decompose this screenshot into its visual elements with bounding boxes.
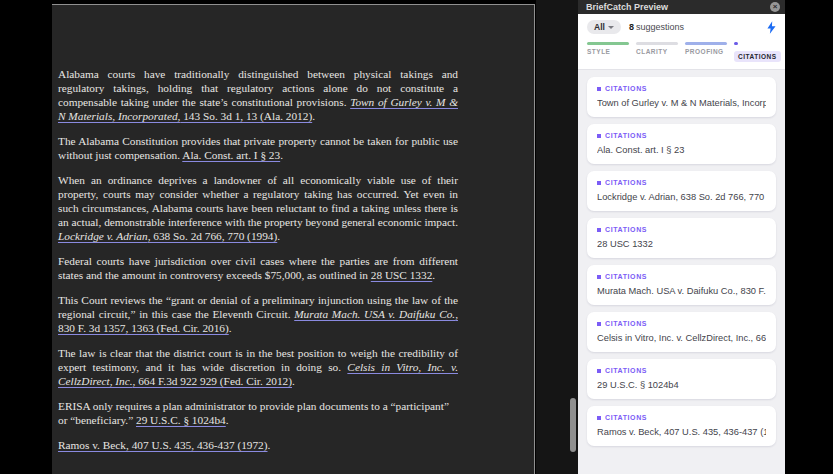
suggestion-card[interactable]: CITATIONS28 USC 1332 [587,218,776,258]
tab-label: STYLE [587,48,629,55]
card-category: CITATIONS [597,414,766,421]
category-dot-icon [597,322,601,326]
tab-label: CLARITY [636,48,678,55]
citation-link[interactable]: Ramos v. Beck, 407 U.S. 435, 436-437 (19… [58,439,268,451]
text-run: . [229,322,232,334]
tab-progress-bar [587,42,629,45]
category-dot-icon [597,228,601,232]
citation-link[interactable]: Lockridge v. Adrian [58,230,148,242]
card-category-label: CITATIONS [605,367,647,374]
card-category: CITATIONS [597,320,766,327]
card-citation-text: Murata Mach. USA v. Daifuku Co., 830 F. … [597,286,766,296]
suggestion-card[interactable]: CITATIONSCelsis in Vitro, Inc. v. CellzD… [587,312,776,352]
chevron-down-icon [608,26,614,29]
card-citation-text: Lockridge v. Adrian, 638 So. 2d 766, 770… [597,192,766,202]
citation-link[interactable]: , 638 So. 2d 766, 770 (1994) [148,230,278,242]
card-citation-text: Town of Gurley v. M & N Materials, Incor… [597,98,766,108]
tab-progress-bar [636,42,678,45]
category-dot-icon [597,181,601,185]
document-paragraph: ERISA only requires a plan administrator… [58,399,458,427]
filter-dropdown[interactable]: All [587,20,621,34]
panel-tabs: STYLECLARITYPROOFINGCITATIONS [578,37,785,70]
category-dot-icon [597,369,601,373]
document-paragraph: When an ordinance deprives a landowner o… [58,173,458,243]
text-run: . [432,269,435,281]
tab-style[interactable]: STYLE [587,42,629,63]
tab-label: CITATIONS [734,51,781,62]
tab-proofing[interactable]: PROOFING [685,42,727,63]
lightning-bolt-icon[interactable] [767,21,776,34]
tab-progress-bar [734,42,738,45]
suggestion-list: CITATIONSTown of Gurley v. M & N Materia… [578,70,785,474]
card-category-label: CITATIONS [605,85,647,92]
suggestion-count: 8suggestions [629,22,684,32]
card-category: CITATIONS [597,367,766,374]
card-category-label: CITATIONS [605,132,647,139]
document-paragraph: The law is clear that the district court… [58,346,458,388]
document-paragraph: Alabama courts have traditionally distin… [58,67,458,123]
suggestion-card[interactable]: CITATIONSLockridge v. Adrian, 638 So. 2d… [587,171,776,211]
briefcatch-panel: BriefCatch Preview × All 8suggestions ST… [578,0,785,474]
suggestion-card[interactable]: CITATIONSMurata Mach. USA v. Daifuku Co.… [587,265,776,305]
card-citation-text: 29 U.S.C. § 1024b4 [597,380,766,390]
citation-link[interactable]: 143 So. 3d 1, 13 (Ala. 2012) [180,110,312,122]
panel-controls: All 8suggestions [578,14,785,37]
category-dot-icon [597,275,601,279]
close-icon[interactable]: × [770,2,780,12]
text-run: . [312,110,315,122]
card-citation-text: Celsis in Vitro, Inc. v. CellzDirect, In… [597,333,766,343]
card-citation-text: Ramos v. Beck, 407 U.S. 435, 436-437 (1.… [597,427,766,437]
card-category: CITATIONS [597,132,766,139]
citation-link[interactable]: 29 U.S.C. § 1024b4 [136,414,226,426]
panel-title: BriefCatch Preview [586,2,668,12]
tab-clarity[interactable]: CLARITY [636,42,678,63]
document-paragraph: The Alabama Constitution provides that p… [58,134,458,162]
category-dot-icon [597,134,601,138]
document-text: Alabama courts have traditionally distin… [58,67,458,463]
citation-link[interactable]: Murata Mach. USA v. Daifuku Co. [294,308,455,320]
document-scrollbar-thumb[interactable] [570,398,576,452]
document-paragraph: Federal courts have jurisdiction over ci… [58,254,458,282]
suggestion-card[interactable]: CITATIONSRamos v. Beck, 407 U.S. 435, 43… [587,406,776,446]
text-run: . [277,230,280,242]
text-run: . [226,414,229,426]
card-category: CITATIONS [597,273,766,280]
card-category-label: CITATIONS [605,320,647,327]
text-run: When an ordinance deprives a landowner o… [58,174,458,228]
category-dot-icon [597,416,601,420]
card-citation-text: Ala. Const. art. I § 23 [597,145,766,155]
text-run: ERISA only requires a plan administrator… [58,400,449,426]
tab-progress-bar [685,42,727,45]
card-citation-text: 28 USC 1332 [597,239,766,249]
tab-label: PROOFING [685,48,727,55]
citation-link[interactable]: 28 USC 1332 [371,269,433,281]
text-run: . [280,149,283,161]
card-category: CITATIONS [597,85,766,92]
card-category: CITATIONS [597,179,766,186]
suggestion-card[interactable]: CITATIONSAla. Const. art. I § 23 [587,124,776,164]
card-category-label: CITATIONS [605,226,647,233]
document-paragraph: This Court reviews the “grant or denial … [58,293,458,335]
document-paragraph: Ramos v. Beck, 407 U.S. 435, 436-437 (19… [58,438,458,452]
card-category-label: CITATIONS [605,414,647,421]
filter-selected-value: All [594,22,605,32]
card-category-label: CITATIONS [605,273,647,280]
text-run: . [292,375,295,387]
suggestion-card[interactable]: CITATIONS29 U.S.C. § 1024b4 [587,359,776,399]
card-category: CITATIONS [597,226,766,233]
category-dot-icon [597,87,601,91]
suggestion-count-suffix: suggestions [636,22,684,32]
citation-link[interactable]: , 664 F.3d 922 929 (Fed. Cir. 2012) [133,375,292,387]
card-category-label: CITATIONS [605,179,647,186]
text-run: . [268,439,271,451]
panel-header: BriefCatch Preview × [578,0,785,14]
suggestion-card[interactable]: CITATIONSTown of Gurley v. M & N Materia… [587,77,776,117]
suggestion-count-number: 8 [629,22,634,32]
document-page: Alabama courts have traditionally distin… [52,4,535,474]
tab-citations[interactable]: CITATIONS [734,42,776,63]
citation-link[interactable]: Ala. Const. art. I § 23 [182,149,280,161]
